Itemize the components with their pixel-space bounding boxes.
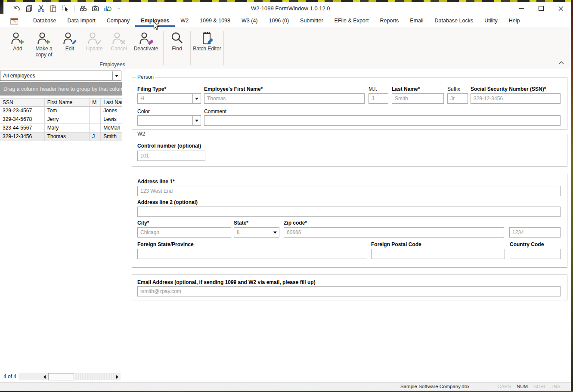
tab-1099-1098[interactable]: 1099 & 1098 — [194, 15, 236, 27]
update-label: Update — [86, 46, 103, 52]
toolbar-overflow-icon[interactable] — [117, 8, 121, 9]
app-menu-icon[interactable] — [10, 18, 18, 25]
last-name-input[interactable] — [392, 93, 444, 104]
control-number-input[interactable] — [137, 151, 205, 161]
close-button[interactable] — [551, 2, 571, 15]
tab-w3[interactable]: W3 (4) — [236, 15, 263, 27]
scroll-right-button[interactable] — [114, 373, 121, 380]
deactivate-button[interactable]: Deactivate — [131, 30, 161, 52]
ribbon-group-label: Employees — [0, 62, 225, 68]
tab-help[interactable]: Help — [503, 15, 526, 27]
comment-input[interactable] — [204, 115, 561, 126]
window-title: W2-1099 FormWindow 1.0.12.0 — [251, 5, 330, 12]
email-label: Email Address (optional, if sending 1099… — [137, 279, 316, 285]
state-combo[interactable]: IL — [234, 227, 279, 238]
record-count: 4 of 4 — [3, 373, 16, 380]
color-dropdown-button[interactable] — [192, 116, 201, 125]
first-name-label: Employee's First Name* — [204, 86, 263, 92]
copy-icon[interactable] — [25, 4, 33, 12]
employee-filter-value: All employees — [3, 73, 35, 79]
employee-filter-combo[interactable]: All employees — [0, 71, 121, 81]
select-icon[interactable] — [61, 4, 69, 12]
maximize-button[interactable] — [531, 2, 551, 15]
make-copy-button[interactable]: Make a copy of — [30, 30, 58, 58]
report-refresh-icon[interactable] — [103, 4, 112, 12]
column-header-mi[interactable]: M — [90, 98, 101, 107]
employee-form: Person Filing Type* Employee's First Nam… — [122, 69, 571, 382]
minimize-button[interactable] — [511, 2, 531, 15]
tab-company[interactable]: Company — [101, 15, 136, 27]
tab-email[interactable]: Email — [404, 15, 429, 27]
first-name-input[interactable] — [204, 93, 365, 104]
column-header-first-name[interactable]: First Name — [45, 98, 90, 107]
table-row[interactable]: 323-44-5567 Mary McMan — [0, 124, 122, 133]
collapse-ribbon-icon[interactable] — [558, 61, 565, 65]
filing-type-dropdown-button[interactable] — [192, 94, 201, 103]
tab-data-import[interactable]: Data Import — [62, 15, 101, 27]
country-code-input[interactable] — [510, 249, 561, 259]
scrollbar-track[interactable] — [74, 373, 114, 380]
ribbon-separator — [163, 31, 164, 65]
filing-type-combo[interactable]: H — [137, 93, 201, 104]
cut-icon[interactable] — [37, 4, 45, 12]
title-bar[interactable]: W2-1099 FormWindow 1.0.12.0 — [0, 2, 571, 15]
zip-input[interactable] — [284, 227, 504, 238]
paste-icon[interactable] — [49, 4, 57, 12]
find-icon — [170, 31, 184, 46]
column-header-last-name[interactable]: Last Name — [101, 98, 122, 107]
cell-first-name: Thomas — [45, 133, 90, 141]
scroll-left-button[interactable] — [41, 373, 48, 380]
color-label: Color — [137, 108, 150, 114]
undo-icon[interactable] — [13, 4, 21, 12]
table-row[interactable]: 329-23-4567 Tom Jones — [0, 107, 122, 115]
group-by-hint-bar[interactable]: Drag a column header here to group by th… — [0, 82, 122, 96]
address-groupbox: Address line 1* Address line 2 (optional… — [132, 174, 567, 268]
tab-database[interactable]: Database — [28, 15, 62, 27]
city-label: City* — [137, 220, 149, 226]
cell-first-name: Tom — [45, 107, 90, 115]
tab-1096[interactable]: 1096 (0) — [263, 15, 295, 27]
foreign-state-input[interactable] — [137, 249, 367, 259]
chevron-down-icon — [195, 120, 198, 122]
ribbon-separator — [190, 31, 191, 65]
horizontal-scrollbar[interactable] — [19, 373, 121, 380]
tab-strip: Database Data Import Company Employees W… — [28, 15, 525, 27]
address-line2-label: Address line 2 (optional) — [137, 199, 198, 205]
zip-ext-input[interactable] — [509, 227, 561, 238]
scrollbar-thumb[interactable] — [48, 373, 74, 380]
city-input[interactable] — [137, 227, 231, 238]
table-row[interactable]: 329-34-5678 Jerry Lewis — [0, 115, 122, 124]
tab-employees[interactable]: Employees — [135, 15, 175, 27]
batch-editor-button[interactable]: Batch Editor — [193, 30, 221, 52]
foreign-postal-label: Foreign Postal Code — [371, 241, 421, 247]
cell-last-name: McMan — [101, 124, 122, 133]
cell-last-name: Smith — [101, 133, 122, 141]
table-row-selected[interactable]: 329-12-3456 Thomas J Smith — [0, 133, 122, 141]
state-dropdown-button[interactable] — [271, 228, 279, 237]
ssn-input[interactable] — [471, 93, 561, 104]
zip-label: Zip code* — [284, 220, 307, 226]
address-line2-input[interactable] — [137, 207, 561, 217]
email-input[interactable] — [137, 286, 561, 296]
binoculars-icon[interactable] — [79, 4, 87, 12]
mi-input[interactable] — [369, 93, 388, 104]
find-button[interactable]: Find — [166, 30, 188, 52]
tab-submitter[interactable]: Submitter — [294, 15, 329, 27]
address-line1-input[interactable] — [137, 186, 561, 196]
filter-dropdown-button[interactable] — [112, 71, 121, 80]
ribbon-button-row: Add Make a copy of Edit Update Cancel — [0, 27, 571, 65]
column-header-ssn[interactable]: SSN — [0, 98, 45, 107]
tab-w2[interactable]: W2 — [175, 15, 194, 27]
edit-button[interactable]: Edit — [58, 30, 82, 52]
tab-efile-export[interactable]: EFile & Export — [329, 15, 375, 27]
state-value: IL — [237, 229, 241, 235]
camera-icon[interactable] — [91, 4, 99, 12]
suffix-input[interactable] — [447, 93, 468, 104]
color-combo[interactable] — [137, 115, 201, 126]
ssn-label: Social Security Number (SSN)* — [471, 86, 546, 92]
add-button[interactable]: Add — [5, 30, 30, 52]
tab-reports[interactable]: Reports — [374, 15, 404, 27]
tab-database-locks[interactable]: Database Locks — [429, 15, 479, 27]
tab-utility[interactable]: Utility — [479, 15, 503, 27]
foreign-postal-input[interactable] — [371, 249, 505, 259]
